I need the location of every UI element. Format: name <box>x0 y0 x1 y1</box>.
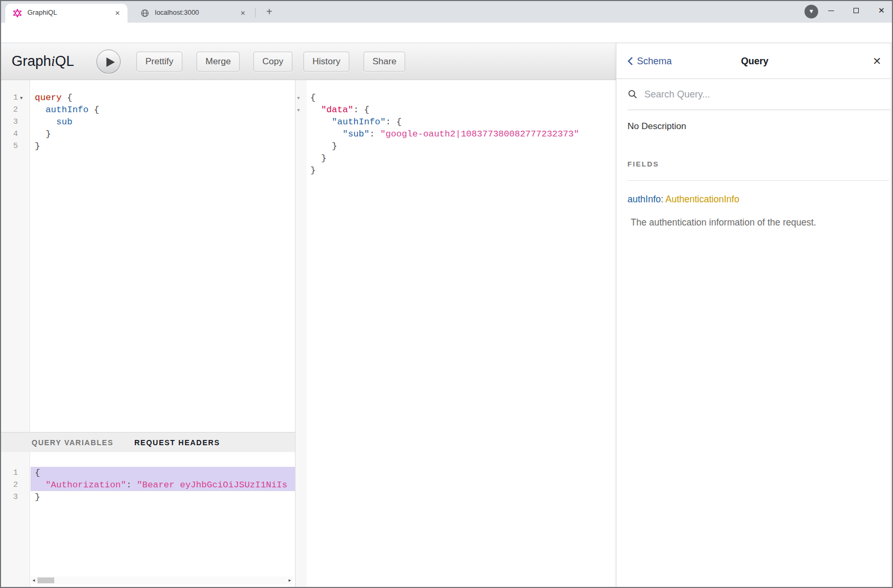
doc-close-icon[interactable]: ✕ <box>872 43 881 79</box>
graphiql-logo: GraphiQL <box>12 43 74 79</box>
scroll-right-icon[interactable]: ▸ <box>287 576 293 584</box>
browser-update-caret-icon[interactable]: ▼ <box>804 5 818 18</box>
gutter-line <box>296 152 307 164</box>
graphql-logo-icon <box>13 9 22 17</box>
gutter-line <box>296 164 307 177</box>
horizontal-scrollbar[interactable]: ◂ ▸ <box>31 576 293 584</box>
field-name-link[interactable]: authInfo <box>627 194 661 204</box>
play-icon <box>106 57 115 67</box>
browser-tab-strip: GraphiQL ✕ localhost:3000 ✕ + ▼ ✕ <box>0 0 893 23</box>
prettify-button[interactable]: Prettify <box>136 52 182 72</box>
code-line[interactable]: authInfo { <box>31 104 295 116</box>
gutter-line <box>296 140 307 152</box>
code-line[interactable]: sub <box>31 116 295 128</box>
doc-explorer-panel: Schema Query ✕ Search Query... No Descri… <box>616 43 893 588</box>
scrollbar-thumb[interactable] <box>37 577 54 583</box>
tab-graphiql[interactable]: GraphiQL ✕ <box>5 4 127 23</box>
fold-arrow-icon[interactable]: ▾ <box>297 92 305 104</box>
field-type-link[interactable]: AuthenticationInfo <box>665 194 739 204</box>
code-line[interactable]: } <box>31 491 295 503</box>
gutter-line: 3 <box>0 116 30 128</box>
code-line[interactable]: { <box>307 92 616 104</box>
line-number: 3 <box>2 116 18 128</box>
graphiql-topbar: GraphiQL Prettify Merge Copy History Sha… <box>0 43 616 80</box>
line-number: 1 <box>2 467 18 479</box>
new-tab-button[interactable]: + <box>262 5 276 19</box>
doc-field-description: The authentication information of the re… <box>631 217 816 228</box>
line-number: 2 <box>2 104 18 116</box>
code-line[interactable]: { <box>31 467 295 479</box>
window-close-button[interactable]: ✕ <box>870 0 893 21</box>
code-line[interactable]: "Authorization": "Bearer eyJhbGciOiJSUzI… <box>31 479 295 491</box>
fold-arrow-icon[interactable]: ▾ <box>20 92 27 104</box>
gutter-line: ▾ <box>296 104 307 116</box>
code-line[interactable]: "authInfo": { <box>307 116 616 128</box>
line-number: 3 <box>2 491 18 503</box>
merge-button[interactable]: Merge <box>197 52 240 72</box>
doc-explorer-header: Schema Query ✕ <box>616 43 893 79</box>
window-maximize-button[interactable] <box>845 0 868 21</box>
code-line[interactable]: query { <box>31 92 295 104</box>
scroll-left-icon[interactable]: ◂ <box>31 576 37 584</box>
code-line[interactable]: "data": { <box>307 104 616 116</box>
gutter-line <box>296 116 307 128</box>
tab-close-icon[interactable]: ✕ <box>238 8 248 18</box>
search-placeholder: Search Query... <box>644 79 710 110</box>
code-line[interactable]: } <box>307 152 616 164</box>
tab-query-variables[interactable]: QUERY VARIABLES <box>32 433 113 453</box>
tab-close-icon[interactable]: ✕ <box>113 8 122 18</box>
tab-title: localhost:3000 <box>155 4 199 22</box>
doc-fields-heading: FIELDS <box>627 160 659 168</box>
headers-editor-gutter: 123 <box>0 452 30 588</box>
gutter-line: ▾ <box>296 92 307 104</box>
graphiql-app: GraphiQL Prettify Merge Copy History Sha… <box>0 43 893 588</box>
doc-field-row: authInfo: AuthenticationInfo <box>627 194 739 205</box>
gutter-line: 1▾ <box>0 92 30 104</box>
secondary-editor-tabbar: QUERY VARIABLES REQUEST HEADERS <box>0 432 295 452</box>
line-number: 5 <box>2 140 18 152</box>
gutter-line: 5 <box>0 140 30 152</box>
result-viewer: ▾▾ { "data": { "authInfo": { "sub": "goo… <box>296 80 616 588</box>
gutter-line: 1 <box>0 467 30 479</box>
copy-button[interactable]: Copy <box>253 52 292 72</box>
tab-localhost[interactable]: localhost:3000 ✕ <box>133 4 253 23</box>
code-line[interactable]: } <box>307 140 616 152</box>
query-editor[interactable]: 1▾2345 query { authInfo { sub }} <box>0 80 295 432</box>
search-icon <box>628 90 637 99</box>
tab-separator <box>255 8 256 17</box>
code-line[interactable]: "sub": "google-oauth2|108377380082777232… <box>307 128 616 140</box>
gutter-line <box>296 128 307 140</box>
doc-scrollbar-track[interactable] <box>890 43 892 588</box>
gutter-line: 4 <box>0 128 30 140</box>
tab-request-headers[interactable]: REQUEST HEADERS <box>134 433 220 453</box>
code-line[interactable]: } <box>31 128 295 140</box>
request-headers-editor[interactable]: 123 { "Authorization": "Bearer eyJhbGciO… <box>0 452 295 588</box>
tab-title: GraphiQL <box>27 4 57 22</box>
browser-toolbar: ← → ↻ localhost:3000 P Tp L Aktualisiere… <box>0 23 893 43</box>
history-button[interactable]: History <box>303 52 349 72</box>
gutter-line: 2 <box>0 479 30 491</box>
gutter-line: 3 <box>0 491 30 503</box>
fold-arrow-icon[interactable]: ▾ <box>297 104 305 116</box>
code-line[interactable]: } <box>307 164 616 177</box>
doc-no-description: No Description <box>627 121 686 132</box>
line-number: 1 <box>2 92 18 104</box>
share-button[interactable]: Share <box>364 52 405 72</box>
doc-fields-divider <box>627 180 889 181</box>
doc-search-field[interactable]: Search Query... <box>627 79 893 110</box>
gutter-line: 2 <box>0 104 30 116</box>
globe-icon <box>141 9 149 17</box>
query-editor-gutter: 1▾2345 <box>0 80 30 432</box>
doc-title: Query <box>616 43 893 79</box>
result-fold-gutter: ▾▾ <box>296 80 307 588</box>
window-minimize-button[interactable] <box>819 0 842 21</box>
line-number: 2 <box>2 479 18 491</box>
code-line[interactable]: } <box>31 140 295 152</box>
line-number: 4 <box>2 128 18 140</box>
execute-query-button[interactable] <box>96 50 121 74</box>
